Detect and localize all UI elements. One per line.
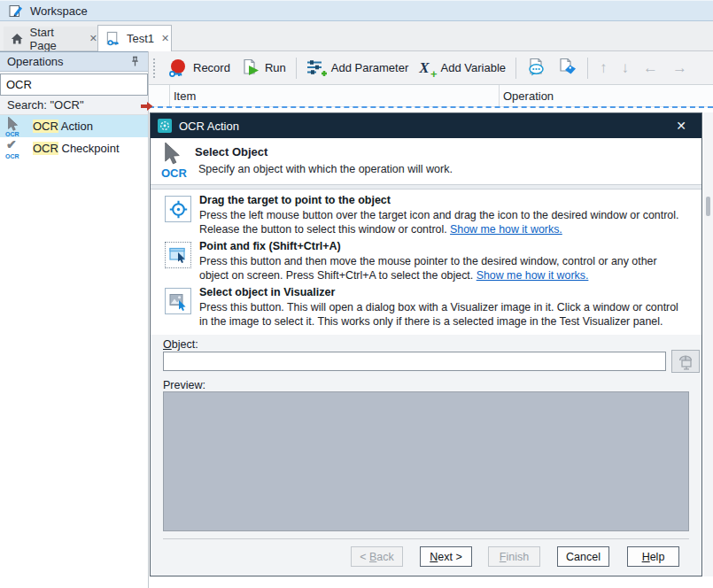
tag-document-icon <box>557 58 577 78</box>
tab-start-page-label: Start Page <box>29 26 81 52</box>
home-icon <box>11 33 23 45</box>
keyword-test-icon <box>105 31 120 47</box>
operations-panel-header: Operations <box>0 51 148 72</box>
tab-test1-label: Test1 <box>127 32 154 45</box>
operations-search-input[interactable] <box>1 78 162 91</box>
object-browse-button[interactable] <box>671 350 700 373</box>
current-row-marker-icon <box>141 101 153 112</box>
record-label: Record <box>193 61 230 74</box>
preview-label: Preview: <box>163 379 205 391</box>
arrow-up-icon: ↑ <box>600 59 608 76</box>
test-steps-grid-header: Item Operation <box>149 84 713 107</box>
ocr-action-dialog: OCR Action ✕ OCR Select Object Specify a… <box>150 112 702 576</box>
ocr-checkpoint-icon: ✔ OCR <box>5 139 28 159</box>
workspace-edit-icon <box>9 4 23 18</box>
option-description: Press the left mouse button over the tar… <box>199 208 689 236</box>
dialog-header: OCR Select Object Specify an object with… <box>151 138 701 184</box>
option-drag-target: Drag the target to point to the object P… <box>165 194 689 236</box>
add-variable-button[interactable]: X+ Add Variable <box>414 57 511 80</box>
description-button[interactable] <box>521 55 552 81</box>
move-left-button[interactable]: ← <box>636 59 665 77</box>
buttons-separator <box>163 538 689 539</box>
test-toolbar: Record Run Add Parameter X+ Add Varia <box>149 51 713 84</box>
show-me-how-link[interactable]: Show me how it works. <box>450 223 562 236</box>
list-item-ocr-action[interactable]: OCR OCR Action <box>0 115 148 137</box>
comment-document-icon <box>526 58 546 78</box>
tab-test1-close-icon[interactable]: ✕ <box>161 33 169 44</box>
dialog-lower-section: Object: Preview: < Back Next > Finish Ca… <box>151 335 701 576</box>
window-pointer-icon <box>169 246 188 265</box>
label-button[interactable] <box>552 55 583 81</box>
object-input[interactable] <box>163 352 666 371</box>
add-parameter-icon <box>306 58 327 78</box>
record-button[interactable]: Record <box>162 56 236 81</box>
next-button[interactable]: Next > <box>420 546 472 567</box>
add-parameter-label: Add Parameter <box>331 61 408 74</box>
image-pointer-icon <box>169 292 188 311</box>
cancel-button[interactable]: Cancel <box>557 546 609 567</box>
wizard-page-subtitle: Specify an object with which the operati… <box>198 163 453 175</box>
add-variable-label: Add Variable <box>441 61 506 74</box>
run-icon <box>241 58 260 78</box>
editor-right-margin <box>703 112 713 576</box>
tab-start-page[interactable]: Start Page ✕ <box>4 27 97 50</box>
target-icon <box>169 200 188 219</box>
move-down-button[interactable]: ↓ <box>615 59 637 77</box>
arrow-down-icon: ↓ <box>622 59 630 76</box>
option-title: Select object in Visualizer <box>199 286 689 298</box>
run-label: Run <box>265 61 286 74</box>
dialog-close-icon[interactable]: ✕ <box>671 118 691 134</box>
screen-object-icon <box>677 353 694 370</box>
vertical-scrollbar-thumb[interactable] <box>706 197 710 216</box>
select-object-options: Drag the target to point to the object P… <box>151 190 701 335</box>
record-icon <box>167 58 189 78</box>
arrow-right-icon: → <box>672 59 687 76</box>
pin-icon[interactable] <box>129 56 141 67</box>
object-field-label: Object: <box>163 338 198 351</box>
drag-target-button[interactable] <box>165 196 191 222</box>
move-right-button[interactable]: → <box>665 59 694 77</box>
toolbar-drag-handle[interactable] <box>153 58 157 78</box>
toolbar-separator <box>515 58 516 79</box>
run-button[interactable]: Run <box>236 56 291 81</box>
workspace-bar: Workspace <box>0 0 713 21</box>
search-results-header: Search: "OCR" <box>0 96 148 115</box>
toolbar-separator <box>296 58 297 79</box>
move-up-button[interactable]: ↑ <box>593 59 615 77</box>
help-button[interactable]: Help <box>627 546 679 567</box>
column-header-item[interactable]: Item <box>174 89 196 103</box>
add-variable-icon: X+ <box>419 59 429 77</box>
operations-panel-title: Operations <box>7 55 129 68</box>
arrow-left-icon: ← <box>643 59 658 76</box>
column-header-operation[interactable]: Operation <box>503 89 554 103</box>
preview-area <box>163 391 689 531</box>
dialog-titlebar[interactable]: OCR Action ✕ <box>151 113 701 138</box>
ocr-action-large-icon: OCR <box>161 143 191 180</box>
point-and-fix-button[interactable] <box>165 242 191 268</box>
add-parameter-button[interactable]: Add Parameter <box>301 56 414 81</box>
tab-test1[interactable]: Test1 ✕ <box>97 25 172 51</box>
back-button[interactable]: < Back <box>351 546 403 567</box>
option-title: Drag the target to point to the object <box>199 194 689 206</box>
ocr-action-icon: OCR <box>5 117 28 136</box>
operations-panel: Operations ✕ Search: "OCR" OCR OCR Actio… <box>0 51 149 588</box>
visualizer-select-button[interactable] <box>165 288 191 314</box>
option-point-and-fix: Point and fix (Shift+Ctrl+A) Press this … <box>165 240 689 282</box>
option-description: Press this button. This will open a dial… <box>199 300 689 329</box>
column-divider[interactable] <box>499 85 500 108</box>
finish-button[interactable]: Finish <box>488 546 540 567</box>
list-item-label: OCR Action <box>33 120 93 133</box>
show-me-how-link[interactable]: Show me how it works. <box>477 269 589 282</box>
option-select-in-visualizer: Select object in Visualizer Press this b… <box>165 286 689 329</box>
list-item-label: OCR Checkpoint <box>33 142 120 155</box>
list-item-ocr-checkpoint[interactable]: ✔ OCR OCR Checkpoint <box>0 137 148 159</box>
option-title: Point and fix (Shift+Ctrl+A) <box>199 240 689 252</box>
insertion-indicator-line <box>149 106 713 108</box>
wizard-page-title: Select Object <box>195 145 267 159</box>
toolbar-separator <box>587 58 588 79</box>
dialog-title: OCR Action <box>179 120 239 133</box>
document-tabstrip: Start Page ✕ Test1 ✕ <box>0 21 713 51</box>
workspace-title: Workspace <box>30 4 88 18</box>
tab-start-page-close-icon[interactable]: ✕ <box>89 33 97 44</box>
option-description: Press this button and then move the mous… <box>199 254 689 282</box>
